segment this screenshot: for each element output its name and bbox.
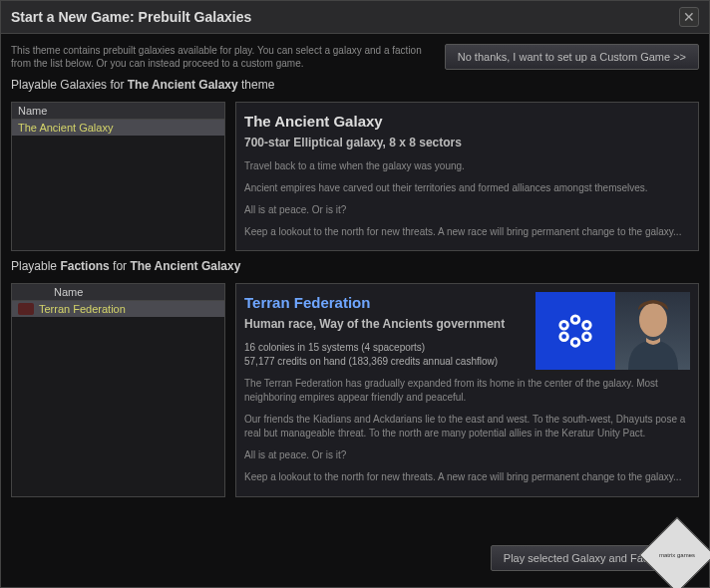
leader-avatar-icon [618, 292, 688, 370]
galaxy-list-item[interactable]: The Ancient Galaxy [12, 120, 224, 136]
galaxies-row: Name The Ancient Galaxy The Ancient Gala… [11, 102, 699, 251]
faction-detail-title: Terran Federation [244, 292, 526, 313]
intro-text: This theme contains prebuilt galaxies av… [11, 44, 435, 70]
close-icon: ✕ [683, 9, 695, 25]
close-button[interactable]: ✕ [679, 7, 699, 27]
custom-game-button[interactable]: No thanks, I want to set up a Custom Gam… [445, 44, 699, 70]
galaxy-detail-title: The Ancient Galaxy [244, 111, 690, 132]
galaxies-section-label: Playable Galaxies for The Ancient Galaxy… [11, 78, 699, 92]
galaxy-para: Travel back to a time when the galaxy wa… [244, 159, 690, 173]
galaxies-list-panel: Name The Ancient Galaxy [11, 102, 225, 251]
window-title: Start a New Game: Prebuilt Galaxies [11, 9, 251, 25]
faction-para: All is at peace. Or is it? [244, 448, 690, 462]
intro-row: This theme contains prebuilt galaxies av… [11, 44, 699, 70]
faction-para: Keep a lookout to the north for new thre… [244, 470, 690, 484]
galaxies-list-body: The Ancient Galaxy [12, 120, 224, 250]
faction-detail-panel: Terran Federation Human race, Way of the… [235, 283, 699, 497]
footer-button-row: Play selected Galaxy and Faction >> [11, 539, 699, 577]
factions-section-label: Playable Factions for The Ancient Galaxy [11, 259, 699, 273]
factions-row: Name Terran Federation [11, 283, 699, 497]
svg-point-5 [560, 322, 568, 330]
faction-detail-subtitle: Human race, Way of the Ancients governme… [244, 316, 526, 333]
flag-emblem-icon [556, 312, 594, 350]
galaxy-para: All is at peace. Or is it? [244, 203, 690, 217]
factions-list-panel: Name Terran Federation [11, 283, 225, 497]
galaxy-detail-subtitle: 700-star Elliptical galaxy, 8 x 8 sector… [244, 135, 690, 151]
faction-header-block: Terran Federation Human race, Way of the… [244, 292, 526, 369]
svg-point-3 [571, 339, 579, 347]
dialog-window: Start a New Game: Prebuilt Galaxies ✕ Th… [0, 0, 710, 588]
factions-list-header: Name [12, 284, 224, 301]
faction-para: Our friends the Kiadians and Ackdarians … [244, 413, 690, 441]
content-area: This theme contains prebuilt galaxies av… [1, 34, 709, 587]
faction-name: Terran Federation [39, 303, 126, 315]
svg-point-6 [639, 303, 667, 337]
faction-leader-portrait [615, 292, 690, 370]
factions-list-body: Terran Federation [12, 301, 224, 496]
svg-point-0 [571, 316, 579, 324]
faction-para: The Terran Federation has gradually expa… [244, 377, 690, 405]
titlebar: Start a New Game: Prebuilt Galaxies ✕ [1, 1, 709, 34]
svg-point-4 [560, 333, 568, 341]
faction-stat: 16 colonies in 15 systems (4 spaceports) [244, 341, 526, 355]
galaxy-para: Ancient empires have carved out their te… [244, 181, 690, 195]
galaxies-list-header: Name [12, 103, 224, 120]
galaxy-detail-panel: The Ancient Galaxy 700-star Elliptical g… [235, 102, 699, 251]
faction-portrait [535, 292, 690, 370]
faction-flag [535, 292, 615, 370]
faction-list-item[interactable]: Terran Federation [12, 301, 224, 317]
faction-stat: 57,177 credits on hand (183,369 credits … [244, 355, 526, 369]
faction-flag-icon [18, 303, 34, 315]
svg-point-2 [583, 333, 591, 341]
galaxy-para: Keep a lookout to the north for new thre… [244, 225, 690, 239]
svg-point-1 [583, 322, 591, 330]
galaxy-name: The Ancient Galaxy [18, 122, 113, 134]
